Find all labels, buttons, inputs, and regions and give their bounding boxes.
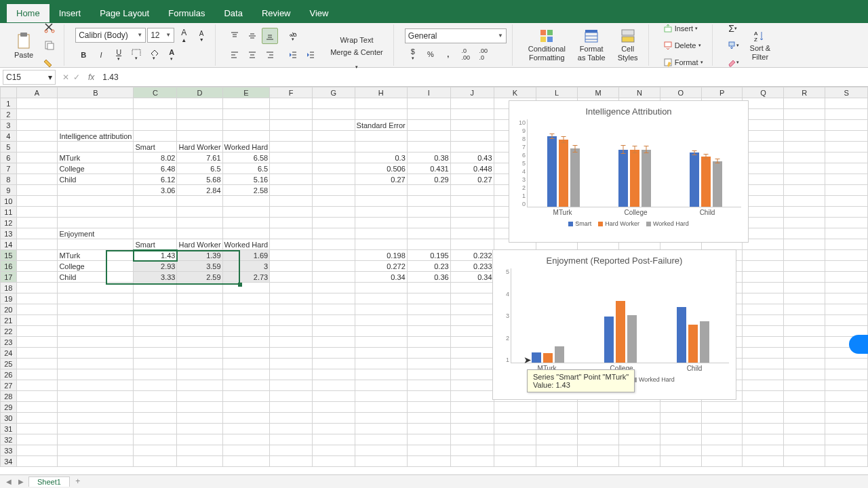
cell-R25[interactable] [784, 359, 825, 369]
cell-J30[interactable] [450, 413, 494, 424]
row-header-30[interactable]: 30 [1, 413, 17, 424]
cell-D26[interactable] [177, 369, 222, 380]
cell-R4[interactable] [784, 131, 825, 142]
cell-D20[interactable] [177, 304, 222, 315]
cell-C27[interactable] [134, 380, 177, 391]
cell-R22[interactable] [784, 326, 825, 337]
cell-H27[interactable] [355, 380, 407, 391]
cell-J2[interactable] [450, 109, 494, 120]
increase-decimal-button[interactable]: .0.00 [458, 46, 474, 62]
sheet-nav-next[interactable]: ▶ [16, 478, 26, 485]
cell-G7[interactable] [312, 163, 355, 174]
tab-page-layout[interactable]: Page Layout [90, 4, 159, 22]
cell-G5[interactable] [312, 142, 355, 152]
cell-C33[interactable] [134, 445, 177, 456]
decrease-indent-button[interactable] [285, 47, 301, 63]
cell-R20[interactable] [784, 304, 825, 315]
cell-F20[interactable] [270, 304, 313, 315]
cell-E7[interactable]: 6.5 [222, 163, 270, 174]
cell-E23[interactable] [222, 337, 270, 348]
cell-I15[interactable]: 0.195 [407, 250, 450, 261]
cell-A8[interactable] [16, 174, 58, 185]
row-header-23[interactable]: 23 [1, 337, 17, 348]
cell-R11[interactable] [784, 207, 825, 218]
row-header-27[interactable]: 27 [1, 380, 17, 391]
cell-J31[interactable] [450, 424, 494, 434]
cell-H4[interactable] [355, 131, 407, 142]
cell-D21[interactable] [177, 315, 222, 326]
cell-B22[interactable] [58, 326, 134, 337]
cell-S13[interactable] [825, 228, 868, 239]
cell-R1[interactable] [784, 98, 825, 109]
cell-B11[interactable] [58, 207, 134, 218]
cell-B27[interactable] [58, 380, 134, 391]
cell-R33[interactable] [784, 445, 825, 456]
cell-H21[interactable] [355, 315, 407, 326]
cell-I24[interactable] [407, 348, 450, 359]
cell-styles-button[interactable]: Cell Styles [613, 26, 643, 65]
cell-A1[interactable] [16, 98, 58, 109]
paste-button[interactable]: Paste [9, 26, 38, 65]
cell-K32[interactable] [494, 434, 536, 445]
cell-G2[interactable] [312, 109, 355, 120]
cell-G32[interactable] [312, 434, 355, 445]
cell-D29[interactable] [177, 402, 222, 413]
name-box[interactable]: C15▾ [3, 70, 56, 85]
tab-formulas[interactable]: Formulas [159, 4, 214, 22]
cell-H13[interactable] [355, 228, 407, 239]
cell-C3[interactable] [134, 120, 177, 131]
row-header-12[interactable]: 12 [1, 218, 17, 228]
cell-D7[interactable]: 6.5 [177, 163, 222, 174]
cell-C1[interactable] [134, 98, 177, 109]
cell-P32[interactable] [701, 434, 743, 445]
cell-F8[interactable] [270, 174, 313, 185]
col-header-L[interactable]: L [536, 87, 578, 98]
cell-I3[interactable] [407, 120, 450, 131]
row-header-32[interactable]: 32 [1, 434, 17, 445]
decrease-decimal-button[interactable]: .00.0 [475, 46, 492, 62]
cell-H29[interactable] [355, 402, 407, 413]
cell-R23[interactable] [784, 337, 825, 348]
cell-M32[interactable] [578, 434, 619, 445]
cell-G9[interactable] [312, 185, 355, 196]
cell-B1[interactable] [58, 98, 134, 109]
cell-K34[interactable] [494, 456, 536, 467]
cell-R10[interactable] [784, 196, 825, 207]
cell-R12[interactable] [784, 218, 825, 228]
cell-S8[interactable] [825, 174, 868, 185]
cell-D10[interactable] [177, 196, 222, 207]
cell-N34[interactable] [618, 456, 660, 467]
cell-K30[interactable] [494, 413, 536, 424]
cell-Q32[interactable] [743, 434, 784, 445]
cell-F11[interactable] [270, 207, 313, 218]
cell-S29[interactable] [825, 402, 868, 413]
cell-A21[interactable] [16, 315, 58, 326]
cell-I17[interactable]: 0.36 [407, 272, 450, 283]
cell-C11[interactable] [134, 207, 177, 218]
cell-I25[interactable] [407, 359, 450, 369]
cell-B17[interactable]: Child [58, 272, 134, 283]
cell-B19[interactable] [58, 293, 134, 304]
cell-C31[interactable] [134, 424, 177, 434]
cell-F19[interactable] [270, 293, 313, 304]
cell-Q10[interactable] [743, 196, 784, 207]
cell-C14[interactable]: Smart [134, 239, 177, 250]
cell-G4[interactable] [312, 131, 355, 142]
cell-L30[interactable] [536, 413, 578, 424]
cell-D16[interactable]: 3.59 [177, 261, 222, 272]
cell-R16[interactable] [784, 261, 825, 272]
cell-A17[interactable] [16, 272, 58, 283]
cell-G14[interactable] [312, 239, 355, 250]
cell-G20[interactable] [312, 304, 355, 315]
cell-H17[interactable]: 0.34 [355, 272, 407, 283]
format-cells-button[interactable]: Format ▾ [660, 54, 707, 70]
cell-E9[interactable]: 2.58 [222, 185, 270, 196]
cell-H18[interactable] [355, 283, 407, 293]
cell-C5[interactable]: Smart [134, 142, 177, 152]
cell-B8[interactable]: Child [58, 174, 134, 185]
cell-C19[interactable] [134, 293, 177, 304]
cell-I34[interactable] [407, 456, 450, 467]
cell-J32[interactable] [450, 434, 494, 445]
number-format-combo[interactable]: General▼ [405, 28, 507, 43]
cell-Q29[interactable] [743, 402, 784, 413]
